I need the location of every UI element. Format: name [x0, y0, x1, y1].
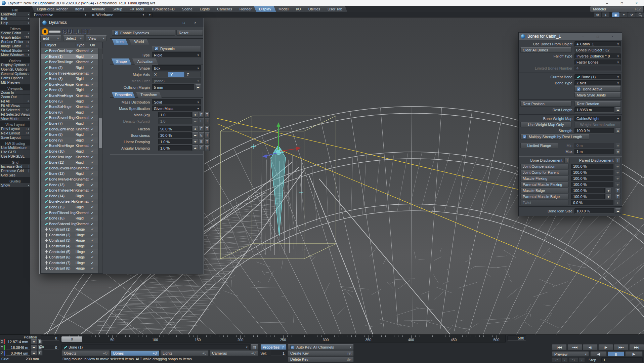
create-key-button[interactable]: Create Keyret [288, 351, 354, 356]
previous-key-button[interactable]: •◀◀ [567, 345, 582, 350]
on-check[interactable]: ✓ [89, 49, 96, 53]
sidebar-item-zoom-out[interactable]: Zoom Out [0, 95, 30, 99]
tab-shape[interactable]: Shape [112, 58, 131, 65]
muscle-flexing-field[interactable]: 100.0 % [571, 176, 613, 181]
on-check[interactable]: ✓ [89, 138, 96, 142]
gear-icon[interactable]: ⚙ [594, 12, 601, 17]
stepper-icon[interactable]: ◂▸ [615, 128, 621, 133]
undo-button[interactable]: ↶ [552, 358, 561, 362]
envelope-button[interactable]: E [199, 145, 204, 151]
tab-animate[interactable]: Animate [87, 6, 110, 12]
on-check[interactable]: ✓ [89, 127, 96, 131]
object-row-bone-9[interactable]: Bone (9)Rigid✓ [41, 137, 102, 143]
object-row-bone-6[interactable]: Bone (6)Rigid✓ [41, 110, 102, 115]
object-row-constraint-5[interactable]: Constraint (5)Hinge✓ [41, 249, 102, 254]
on-check[interactable]: ✓ [89, 54, 96, 58]
item-list-icon[interactable]: ▤ [251, 344, 258, 350]
tab-transform[interactable]: Transform [136, 92, 162, 98]
current-frame-field[interactable]: 0 [44, 345, 59, 350]
pause-button[interactable]: || [608, 352, 624, 357]
bone-type-dropdown[interactable]: Z axis▾ [574, 80, 621, 86]
parental-muscle-bulge-button[interactable]: Parental Muscle Bulge [520, 194, 569, 199]
on-check[interactable]: ✓ [89, 99, 96, 103]
object-row-bone-4[interactable]: Bone (4)Rigid✓ [41, 87, 102, 93]
auto-key-dropdown[interactable]: ✓ Auto Key: All Channels▾ [288, 344, 354, 350]
sidebar-item-next-layout[interactable]: Next LayoutF4 [0, 131, 30, 135]
object-row-boneonehinge[interactable]: BoneOneHingeKinematic✓ [41, 48, 102, 54]
tab-user-tab[interactable]: User Tab [323, 6, 347, 12]
mass-distribution-dropdown[interactable]: Solid▾ [152, 99, 201, 105]
tab-properties[interactable]: Properties [112, 92, 135, 98]
on-check[interactable]: ✓ [89, 188, 96, 192]
tab-display[interactable]: Display [254, 6, 276, 12]
object-row-bone-13[interactable]: Bone (13)Rigid✓ [41, 182, 102, 188]
sidebar-item-fit-selected-views[interactable]: Fit Selected Views [0, 112, 30, 116]
sidebar-item-use-multitexture[interactable]: Use Multitexture [0, 146, 30, 150]
object-row-constraint-1[interactable]: Constraint (1)Hinge✓ [41, 227, 102, 232]
play-forward-button[interactable]: ▶ [625, 352, 643, 357]
rest-position-button[interactable]: Rest Position [520, 101, 571, 107]
axis-x-button[interactable]: X [152, 72, 168, 77]
object-row-bonethirteenhinge[interactable]: BoneThirteenHingeKinematic✓ [41, 188, 102, 193]
modeler-button[interactable]: Modeler F12 [590, 6, 643, 12]
reset-button[interactable]: Reset [176, 30, 203, 36]
minimize-icon[interactable]: – [575, 33, 590, 39]
rest-length-field[interactable]: 1.8053 m [574, 107, 614, 113]
stepper-icon[interactable]: ◂▸ [192, 112, 198, 118]
sidebar-item-show[interactable]: Show▾ [0, 183, 30, 187]
object-row-constraint-2[interactable]: Constraint (2)Hinge✓ [41, 232, 102, 238]
on-check[interactable]: ✓ [89, 177, 96, 181]
object-row-boneeighthinge[interactable]: BoneEightHingeKinematic✓ [41, 126, 102, 132]
tab-render[interactable]: Render [234, 6, 257, 12]
on-check[interactable]: ✓ [89, 205, 96, 209]
stepper-icon[interactable]: ◂▸ [195, 84, 201, 90]
parental-muscle-flexing-button[interactable]: Parental Muscle Flexing [520, 182, 569, 187]
on-check[interactable]: ✓ [89, 255, 96, 259]
stepper-icon[interactable]: ◂▸ [31, 339, 37, 344]
save-view-icon[interactable]: ↧ [602, 12, 609, 17]
pan-view-icon[interactable]: ⌖ [620, 12, 628, 17]
sidebar-item-general-options[interactable]: General Optionso [0, 72, 30, 76]
tab-activation[interactable]: Activation [132, 58, 158, 65]
sidebar-item-use-pbrglsl[interactable]: Use PBRGLSL [0, 154, 30, 158]
view-mode-dropdown[interactable]: Perspective▾ [32, 12, 88, 17]
object-row-bone-14[interactable]: Bone (14)Rigid✓ [41, 193, 102, 199]
sidebar-item-edit[interactable]: Edit▾ [0, 16, 30, 21]
sidebar-item-prev-layout[interactable]: Prev LayoutF3 [0, 127, 30, 131]
object-row-bone-5[interactable]: Bone (5)Rigid✓ [41, 98, 102, 104]
sidebar-item-graph-editor[interactable]: Graph Editor^F2 [0, 35, 30, 39]
object-row-bone-10[interactable]: Bone (10)Rigid✓ [41, 149, 102, 154]
bone-icon-size-field[interactable]: 100.0 % [574, 208, 614, 214]
stepper-icon[interactable]: ◂▸ [31, 345, 37, 350]
sidebar-item-fit-selected[interactable]: Fit Selected+A [0, 108, 30, 112]
dynamic-checkbox[interactable]: ✓Dynamic [152, 46, 201, 51]
minimize-icon[interactable]: – [167, 19, 178, 26]
stepper-icon[interactable]: ◂▸ [615, 208, 621, 214]
bone-active-checkbox[interactable]: ✓Bone Active [574, 86, 621, 92]
on-check[interactable]: ✓ [89, 105, 96, 109]
on-check[interactable]: ✓ [89, 149, 96, 153]
timeline-slider-handle[interactable]: 0 [61, 336, 82, 342]
y-position-field[interactable]: 18.3846 m [6, 345, 30, 350]
object-row-bonefifteenhinge[interactable]: BoneFifteenHingeKinematic✓ [41, 210, 102, 215]
preview-dropdown[interactable]: Preview▾ [552, 352, 589, 357]
on-check[interactable]: ✓ [89, 88, 96, 92]
strength-field[interactable]: 100.0 % [574, 128, 614, 133]
envelope-button[interactable]: E [199, 132, 204, 138]
object-row-bonefourhinge[interactable]: BoneFourHingeKinematic✓ [41, 82, 102, 87]
texture-button[interactable]: T [615, 158, 620, 163]
object-row-bone-3[interactable]: Bone (3)Rigid✓ [41, 76, 102, 82]
on-check[interactable]: ✓ [89, 121, 96, 125]
envelope-button[interactable]: E [38, 351, 43, 356]
maximize-icon[interactable]: □ [614, 0, 629, 6]
axis-y-button[interactable]: Y [168, 72, 184, 77]
object-row-bonetenhinge[interactable]: BoneTenHingeKinematic✓ [41, 154, 102, 160]
object-row-bone-7[interactable]: Bone (7)Rigid✓ [41, 121, 102, 126]
sidebar-item-more-windows[interactable]: More Windows▾ [0, 53, 30, 57]
sidebar-item-opengl-options[interactable]: OpenGL Options [0, 67, 30, 71]
stepper-icon[interactable]: ◂▸ [192, 139, 198, 145]
friction-field[interactable]: 50.0 % [158, 126, 192, 132]
on-check[interactable]: ✓ [89, 144, 96, 148]
on-check[interactable]: ✓ [89, 82, 96, 86]
object-row-bone-8[interactable]: Bone (8)Rigid✓ [41, 132, 102, 137]
